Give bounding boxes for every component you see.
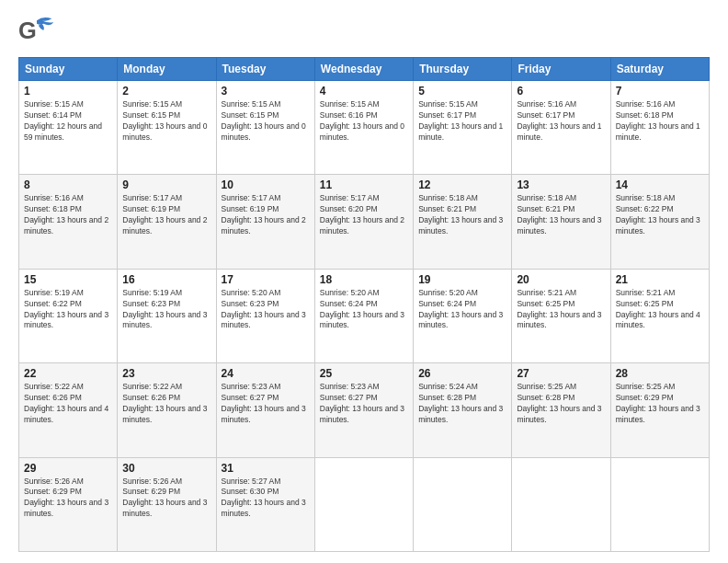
day-info: Sunrise: 5:21 AM Sunset: 6:25 PM Dayligh… [517, 288, 605, 332]
table-row: 12Sunrise: 5:18 AM Sunset: 6:21 PM Dayli… [414, 175, 512, 269]
table-row [512, 457, 610, 551]
day-number: 19 [418, 273, 506, 286]
table-row: 2Sunrise: 5:15 AM Sunset: 6:15 PM Daylig… [118, 81, 216, 175]
day-info: Sunrise: 5:25 AM Sunset: 6:29 PM Dayligh… [616, 382, 704, 426]
day-number: 29 [24, 462, 112, 475]
day-info: Sunrise: 5:24 AM Sunset: 6:28 PM Dayligh… [418, 382, 506, 426]
day-info: Sunrise: 5:20 AM Sunset: 6:23 PM Dayligh… [222, 288, 310, 332]
table-row: 27Sunrise: 5:25 AM Sunset: 6:28 PM Dayli… [512, 363, 610, 457]
day-info: Sunrise: 5:18 AM Sunset: 6:22 PM Dayligh… [616, 193, 704, 237]
day-info: Sunrise: 5:26 AM Sunset: 6:29 PM Dayligh… [122, 477, 210, 521]
table-row: 15Sunrise: 5:19 AM Sunset: 6:22 PM Dayli… [19, 269, 118, 362]
day-info: Sunrise: 5:19 AM Sunset: 6:22 PM Dayligh… [24, 288, 112, 332]
day-info: Sunrise: 5:15 AM Sunset: 6:15 PM Dayligh… [222, 99, 310, 144]
col-header-wednesday: Wednesday [314, 58, 413, 81]
day-number: 11 [320, 178, 408, 191]
table-row: 26Sunrise: 5:24 AM Sunset: 6:28 PM Dayli… [414, 363, 512, 457]
table-row: 3Sunrise: 5:15 AM Sunset: 6:15 PM Daylig… [216, 81, 314, 175]
header: G [18, 15, 710, 48]
day-info: Sunrise: 5:18 AM Sunset: 6:21 PM Dayligh… [517, 193, 605, 237]
day-number: 31 [222, 462, 310, 475]
day-number: 9 [122, 178, 210, 191]
table-row: 10Sunrise: 5:17 AM Sunset: 6:19 PM Dayli… [216, 175, 314, 269]
day-info: Sunrise: 5:15 AM Sunset: 6:15 PM Dayligh… [122, 99, 210, 144]
day-info: Sunrise: 5:23 AM Sunset: 6:27 PM Dayligh… [320, 382, 408, 426]
day-info: Sunrise: 5:16 AM Sunset: 6:17 PM Dayligh… [517, 99, 605, 144]
day-info: Sunrise: 5:21 AM Sunset: 6:25 PM Dayligh… [616, 288, 704, 332]
day-number: 6 [517, 85, 605, 98]
col-header-saturday: Saturday [610, 58, 709, 81]
table-row: 20Sunrise: 5:21 AM Sunset: 6:25 PM Dayli… [512, 269, 610, 362]
table-row: 23Sunrise: 5:22 AM Sunset: 6:26 PM Dayli… [118, 363, 216, 457]
table-row: 29Sunrise: 5:26 AM Sunset: 6:29 PM Dayli… [19, 457, 118, 551]
day-number: 25 [320, 367, 408, 380]
table-row: 13Sunrise: 5:18 AM Sunset: 6:21 PM Dayli… [512, 175, 610, 269]
day-info: Sunrise: 5:22 AM Sunset: 6:26 PM Dayligh… [24, 382, 112, 426]
table-row: 24Sunrise: 5:23 AM Sunset: 6:27 PM Dayli… [216, 363, 314, 457]
page: G SundayMondayTuesdayWednesdayThursdayFr… [0, 0, 728, 563]
day-info: Sunrise: 5:15 AM Sunset: 6:16 PM Dayligh… [320, 99, 408, 144]
day-number: 1 [24, 85, 112, 98]
logo: G [18, 15, 59, 48]
table-row: 18Sunrise: 5:20 AM Sunset: 6:24 PM Dayli… [314, 269, 413, 362]
table-row: 5Sunrise: 5:15 AM Sunset: 6:17 PM Daylig… [414, 81, 512, 175]
table-row: 19Sunrise: 5:20 AM Sunset: 6:24 PM Dayli… [414, 269, 512, 362]
day-number: 3 [222, 85, 310, 98]
day-number: 24 [222, 367, 310, 380]
table-row: 11Sunrise: 5:17 AM Sunset: 6:20 PM Dayli… [314, 175, 413, 269]
col-header-sunday: Sunday [19, 58, 118, 81]
day-info: Sunrise: 5:16 AM Sunset: 6:18 PM Dayligh… [616, 99, 704, 144]
day-number: 5 [418, 85, 506, 98]
day-number: 14 [616, 178, 704, 191]
day-number: 20 [517, 273, 605, 286]
day-number: 8 [24, 178, 112, 191]
table-row: 8Sunrise: 5:16 AM Sunset: 6:18 PM Daylig… [19, 175, 118, 269]
table-row: 7Sunrise: 5:16 AM Sunset: 6:18 PM Daylig… [610, 81, 709, 175]
day-info: Sunrise: 5:27 AM Sunset: 6:30 PM Dayligh… [222, 477, 310, 521]
day-number: 16 [122, 273, 210, 286]
calendar-table: SundayMondayTuesdayWednesdayThursdayFrid… [18, 57, 710, 552]
day-info: Sunrise: 5:26 AM Sunset: 6:29 PM Dayligh… [24, 477, 112, 521]
day-info: Sunrise: 5:22 AM Sunset: 6:26 PM Dayligh… [122, 382, 210, 426]
day-info: Sunrise: 5:17 AM Sunset: 6:20 PM Dayligh… [320, 193, 408, 237]
table-row: 4Sunrise: 5:15 AM Sunset: 6:16 PM Daylig… [314, 81, 413, 175]
day-number: 13 [517, 178, 605, 191]
day-info: Sunrise: 5:19 AM Sunset: 6:23 PM Dayligh… [122, 288, 210, 332]
svg-text:G: G [18, 17, 37, 43]
day-number: 15 [24, 273, 112, 286]
day-info: Sunrise: 5:25 AM Sunset: 6:28 PM Dayligh… [517, 382, 605, 426]
day-info: Sunrise: 5:15 AM Sunset: 6:17 PM Dayligh… [418, 99, 506, 144]
col-header-tuesday: Tuesday [216, 58, 314, 81]
table-row [610, 457, 709, 551]
table-row: 25Sunrise: 5:23 AM Sunset: 6:27 PM Dayli… [314, 363, 413, 457]
day-number: 10 [222, 178, 310, 191]
table-row: 9Sunrise: 5:17 AM Sunset: 6:19 PM Daylig… [118, 175, 216, 269]
day-number: 22 [24, 367, 112, 380]
table-row: 28Sunrise: 5:25 AM Sunset: 6:29 PM Dayli… [610, 363, 709, 457]
day-number: 4 [320, 85, 408, 98]
table-row: 16Sunrise: 5:19 AM Sunset: 6:23 PM Dayli… [118, 269, 216, 362]
day-info: Sunrise: 5:20 AM Sunset: 6:24 PM Dayligh… [418, 288, 506, 332]
day-number: 30 [122, 462, 210, 475]
table-row: 31Sunrise: 5:27 AM Sunset: 6:30 PM Dayli… [216, 457, 314, 551]
table-row: 21Sunrise: 5:21 AM Sunset: 6:25 PM Dayli… [610, 269, 709, 362]
day-number: 17 [222, 273, 310, 286]
day-number: 26 [418, 367, 506, 380]
day-number: 23 [122, 367, 210, 380]
day-info: Sunrise: 5:23 AM Sunset: 6:27 PM Dayligh… [222, 382, 310, 426]
table-row: 17Sunrise: 5:20 AM Sunset: 6:23 PM Dayli… [216, 269, 314, 362]
day-info: Sunrise: 5:18 AM Sunset: 6:21 PM Dayligh… [418, 193, 506, 237]
table-row [314, 457, 413, 551]
day-info: Sunrise: 5:20 AM Sunset: 6:24 PM Dayligh… [320, 288, 408, 332]
day-number: 12 [418, 178, 506, 191]
table-row: 6Sunrise: 5:16 AM Sunset: 6:17 PM Daylig… [512, 81, 610, 175]
day-number: 28 [616, 367, 704, 380]
table-row: 1Sunrise: 5:15 AM Sunset: 6:14 PM Daylig… [19, 81, 118, 175]
day-info: Sunrise: 5:17 AM Sunset: 6:19 PM Dayligh… [222, 193, 310, 237]
table-row: 14Sunrise: 5:18 AM Sunset: 6:22 PM Dayli… [610, 175, 709, 269]
day-info: Sunrise: 5:17 AM Sunset: 6:19 PM Dayligh… [122, 193, 210, 237]
day-info: Sunrise: 5:15 AM Sunset: 6:14 PM Dayligh… [24, 99, 112, 144]
table-row [414, 457, 512, 551]
logo-icon: G [18, 15, 55, 48]
day-number: 2 [122, 85, 210, 98]
